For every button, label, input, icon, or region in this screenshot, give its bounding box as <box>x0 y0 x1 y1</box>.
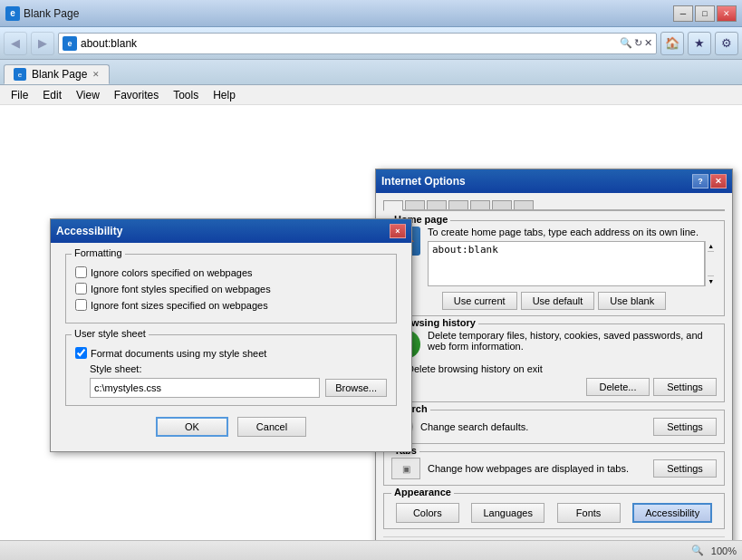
browse-button[interactable]: Browse... <box>325 379 387 397</box>
languages-button[interactable]: Languages <box>471 503 544 523</box>
search-icon[interactable]: 🔍 <box>620 37 632 49</box>
ignore-fonts-checkbox[interactable] <box>75 283 87 294</box>
menu-favorites[interactable]: Favorites <box>107 87 166 103</box>
back-button[interactable]: ◀ <box>4 32 27 55</box>
ignore-fonts-label: Ignore font styles specified on webpages <box>91 284 271 294</box>
home-page-section: Home page 🏠 To create home page tabs, ty… <box>383 220 725 316</box>
settings-button[interactable]: ⚙ <box>715 32 738 55</box>
browser-tab-active[interactable]: e Blank Page ✕ <box>4 64 110 84</box>
tab-close-icon[interactable]: ✕ <box>92 70 100 79</box>
nav-bar: ◀ ▶ e 🔍 ↻ ✕ 🏠 ★ ⚙ <box>0 27 742 60</box>
appearance-buttons: Colors Languages Fonts Accessibility <box>391 503 717 523</box>
user-style-sheet-group: User style sheet Format documents using … <box>65 334 397 406</box>
use-blank-button[interactable]: Use blank <box>598 292 666 310</box>
history-settings-button[interactable]: Settings <box>653 378 717 396</box>
ignore-colors-checkbox[interactable] <box>75 266 87 278</box>
scroll-down-arrow[interactable]: ▼ <box>708 275 714 286</box>
use-current-button[interactable]: Use current <box>442 292 517 310</box>
tab-privacy[interactable] <box>427 200 447 209</box>
ignore-font-sizes-checkbox[interactable] <box>75 299 87 311</box>
use-default-button[interactable]: Use default <box>521 292 595 310</box>
zoom-level: 100% <box>711 546 737 556</box>
menu-file[interactable]: File <box>4 87 35 103</box>
acc-ok-button[interactable]: OK <box>156 417 228 437</box>
browsing-history-row: ♻ Delete temporary files, history, cooki… <box>391 330 717 359</box>
inet-options-footer: OK Cancel Apply <box>383 536 725 540</box>
format-documents-checkbox[interactable] <box>75 347 87 359</box>
forward-button[interactable]: ▶ <box>31 32 54 55</box>
tabs-settings-button[interactable]: Settings <box>653 459 717 478</box>
tab-content[interactable] <box>448 200 468 209</box>
minimize-button[interactable]: ─ <box>673 5 693 22</box>
favorites-button[interactable]: ★ <box>688 32 711 55</box>
home-page-description-row: 🏠 To create home page tabs, type each ad… <box>391 227 717 286</box>
textarea-scrollbar[interactable]: ▲ ▼ <box>705 241 717 286</box>
menu-view[interactable]: View <box>69 87 107 103</box>
cb-ignore-fonts: Ignore font styles specified on webpages <box>75 283 387 294</box>
browsing-history-section: Browsing history ♻ Delete temporary file… <box>383 323 725 402</box>
zoom-icon: 🔍 <box>691 545 704 556</box>
restore-button[interactable]: □ <box>695 5 715 22</box>
accessibility-button[interactable]: Accessibility <box>632 503 712 523</box>
tab-security[interactable] <box>405 200 425 209</box>
address-actions: 🔍 ↻ ✕ <box>620 37 652 49</box>
home-page-textarea[interactable]: about:blank <box>428 241 705 286</box>
address-input[interactable] <box>81 37 616 50</box>
tab-advanced[interactable] <box>514 200 534 209</box>
delete-button[interactable]: Delete... <box>586 378 650 396</box>
ignore-colors-label: Ignore colors specified on webpages <box>91 267 253 278</box>
tab-label: Blank Page <box>32 68 87 81</box>
content-area: Internet Options ? ✕ <box>0 105 742 540</box>
menu-tools[interactable]: Tools <box>166 87 206 103</box>
tab-general[interactable] <box>383 200 403 211</box>
menu-edit[interactable]: Edit <box>35 87 69 103</box>
title-bar-left: e Blank Page <box>5 6 79 21</box>
ignore-font-sizes-label: Ignore font sizes specified on webpages <box>91 300 268 311</box>
stop-button[interactable]: ✕ <box>644 37 652 49</box>
search-settings-button[interactable]: Settings <box>653 418 717 436</box>
browser-window: e Blank Page ─ □ ✕ ◀ ▶ e 🔍 ↻ ✕ 🏠 ★ ⚙ e B… <box>0 0 742 560</box>
title-bar-text: Blank Page <box>24 7 79 20</box>
accessibility-footer: OK Cancel <box>65 417 397 440</box>
search-section: Search 🔍 Change search defaults. Setting… <box>383 410 725 444</box>
tab-programs[interactable] <box>492 200 512 209</box>
scroll-up-arrow[interactable]: ▲ <box>708 241 714 252</box>
tabs-description: Change how webpages are displayed in tab… <box>428 463 646 474</box>
delete-on-exit-row: Delete browsing history on exit <box>391 362 717 374</box>
search-row: 🔍 Change search defaults. Settings <box>391 416 717 438</box>
address-icon: e <box>63 36 77 51</box>
format-documents-label: Format documents using my style sheet <box>91 348 266 359</box>
refresh-button[interactable]: ↻ <box>634 37 642 49</box>
search-description: Change search defaults. <box>420 421 646 432</box>
colors-button[interactable]: Colors <box>396 503 459 523</box>
inet-tabs-header <box>383 200 725 211</box>
internet-options-titlebar: Internet Options ? ✕ <box>376 169 732 193</box>
internet-options-title: Internet Options <box>381 175 466 188</box>
accessibility-body: Formatting Ignore colors specified on we… <box>51 243 411 451</box>
close-button[interactable]: ✕ <box>717 5 737 22</box>
style-sheet-input[interactable] <box>90 378 320 398</box>
internet-options-dialog: Internet Options ? ✕ <box>375 169 733 540</box>
accessibility-dialog: Accessibility × Formatting Ignore colors… <box>50 218 412 452</box>
address-bar: e 🔍 ↻ ✕ <box>58 33 657 54</box>
browser-icon: e <box>5 6 20 21</box>
tab-icon: e <box>14 68 26 81</box>
style-sheet-input-container: Style sheet: Browse... <box>90 363 387 398</box>
dialog-controls: ? ✕ <box>692 174 727 188</box>
fonts-button[interactable]: Fonts <box>557 503 621 523</box>
tab-connections[interactable] <box>470 200 490 209</box>
dialog-close-button[interactable]: ✕ <box>710 174 727 188</box>
dialog-help-button[interactable]: ? <box>692 174 708 188</box>
browsing-history-text: Delete temporary files, history, cookies… <box>428 330 717 352</box>
acc-cancel-button[interactable]: Cancel <box>237 417 306 437</box>
home-button[interactable]: 🏠 <box>660 32 684 55</box>
acc-close-button[interactable]: × <box>390 224 406 238</box>
menu-help[interactable]: Help <box>206 87 243 103</box>
tabs-icon: ▣ <box>391 458 420 479</box>
accessibility-title: Accessibility <box>56 225 122 237</box>
title-bar-controls: ─ □ ✕ <box>673 5 737 22</box>
formatting-label: Formatting <box>72 247 125 258</box>
style-sheet-field-label: Style sheet: <box>90 363 387 374</box>
appearance-section: Appearance Colors Languages Fonts Access… <box>383 493 725 529</box>
cb-ignore-font-sizes: Ignore font sizes specified on webpages <box>75 299 387 311</box>
